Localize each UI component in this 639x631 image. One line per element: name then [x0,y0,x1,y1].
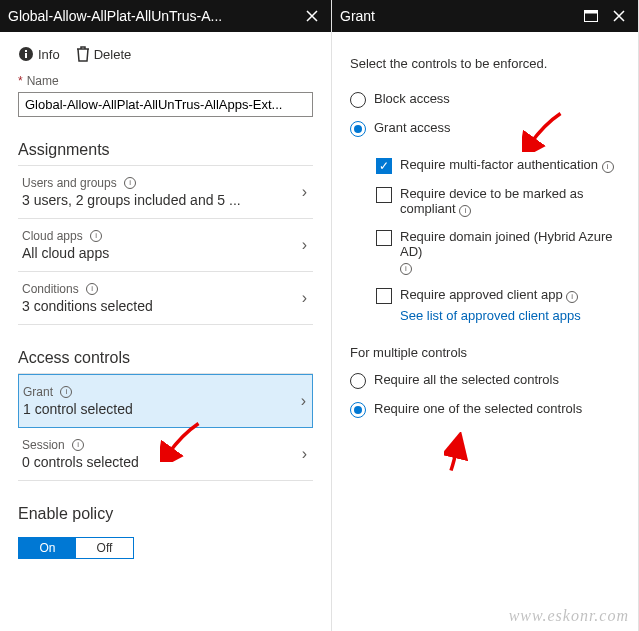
info-icon: i [459,205,471,217]
session-row[interactable]: Session i 0 controls selected › [18,428,313,481]
info-icon: i [60,386,72,398]
restore-icon[interactable] [580,5,602,27]
users-title: Users and groups [22,176,117,190]
toggle-on[interactable]: On [19,538,76,558]
svg-rect-1 [25,53,27,58]
svg-rect-4 [585,11,598,14]
close-icon[interactable] [301,5,323,27]
require-one-label: Require one of the selected controls [374,401,582,416]
checkbox-icon [376,230,392,246]
session-summary: 0 controls selected [22,454,309,470]
enable-policy-toggle[interactable]: On Off [18,537,134,559]
cloud-apps-title: Cloud apps [22,229,83,243]
cloud-apps-row[interactable]: Cloud apps i All cloud apps › [18,219,313,272]
approved-client-apps-link[interactable]: See list of approved client apps [400,308,581,323]
checkbox-icon [376,187,392,203]
annotation-arrow [444,432,486,474]
info-icon: i [124,177,136,189]
session-title: Session [22,438,65,452]
mfa-checkbox[interactable]: Require multi-factor authentication i [376,151,620,180]
close-icon[interactable] [608,5,630,27]
info-icon: i [602,161,614,173]
grant-title: Grant [23,385,53,399]
info-button[interactable]: Info [18,46,60,62]
block-access-label: Block access [374,91,450,106]
grant-summary: 1 control selected [23,401,308,417]
users-and-groups-row[interactable]: Users and groups i 3 users, 2 groups inc… [18,166,313,219]
info-icon: i [566,291,578,303]
require-all-radio[interactable]: Require all the selected controls [350,366,620,395]
info-icon: i [72,439,84,451]
approved-app-checkbox[interactable]: Require approved client app i [376,281,620,310]
mfa-label: Require multi-factor authentication [400,157,598,172]
info-icon: i [86,283,98,295]
delete-button[interactable]: Delete [76,46,132,62]
domain-joined-checkbox[interactable]: Require domain joined (Hybrid Azure AD)i [376,223,620,281]
radio-icon [350,373,366,389]
require-all-label: Require all the selected controls [374,372,559,387]
checkbox-icon [376,158,392,174]
svg-rect-2 [25,50,27,52]
compliant-checkbox[interactable]: Require device to be marked as compliant… [376,180,620,223]
grant-access-label: Grant access [374,120,451,135]
block-access-radio[interactable]: Block access [350,85,620,114]
assignments-heading: Assignments [18,141,313,166]
chevron-right-icon: › [301,392,306,410]
left-panel-title: Global-Allow-AllPlat-AllUnTrus-A... [8,8,295,24]
compliant-label: Require device to be marked as compliant [400,186,584,216]
approved-app-label: Require approved client app [400,287,563,302]
users-summary: 3 users, 2 groups included and 5 ... [22,192,309,208]
grant-subhead: Select the controls to be enforced. [350,42,620,85]
chevron-right-icon: › [302,445,307,463]
access-controls-heading: Access controls [18,349,313,374]
radio-icon [350,402,366,418]
radio-icon [350,92,366,108]
chevron-right-icon: › [302,183,307,201]
cloud-apps-summary: All cloud apps [22,245,309,261]
conditions-summary: 3 conditions selected [22,298,309,314]
info-icon: i [90,230,102,242]
domain-label: Require domain joined (Hybrid Azure AD) [400,229,612,259]
checkbox-icon [376,288,392,304]
require-one-radio[interactable]: Require one of the selected controls [350,395,620,424]
chevron-right-icon: › [302,289,307,307]
watermark: www.eskonr.com [509,607,629,625]
for-multiple-label: For multiple controls [350,345,620,360]
enable-policy-heading: Enable policy [18,505,313,529]
radio-icon [350,121,366,137]
grant-row[interactable]: Grant i 1 control selected › [18,374,313,428]
toggle-off[interactable]: Off [76,538,133,558]
chevron-right-icon: › [302,236,307,254]
name-input[interactable] [18,92,313,117]
info-label: Info [38,47,60,62]
name-label: Name [27,74,59,88]
delete-label: Delete [94,47,132,62]
right-panel-title: Grant [340,8,574,24]
info-icon: i [400,263,412,275]
conditions-title: Conditions [22,282,79,296]
conditions-row[interactable]: Conditions i 3 conditions selected › [18,272,313,325]
grant-access-radio[interactable]: Grant access [350,114,620,143]
